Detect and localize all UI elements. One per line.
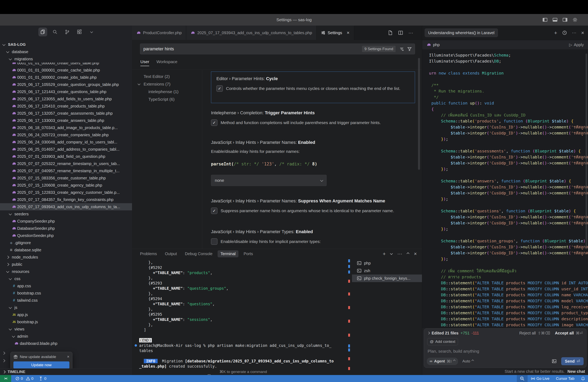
scrollbar[interactable] [586, 54, 587, 249]
tree-item[interactable]: views [0, 325, 132, 333]
panel-tab-Ports[interactable]: Ports [241, 250, 256, 257]
terminal-session[interactable]: php check_foreign_keys... [352, 274, 422, 282]
open-preview-icon[interactable] [388, 30, 393, 35]
close-panel-icon[interactable]: × [414, 251, 417, 257]
close-icon[interactable]: × [67, 354, 69, 359]
send-button[interactable]: Send ⏎ [561, 357, 584, 365]
more-actions-icon[interactable]: ··· [397, 251, 402, 257]
tree-item[interactable]: 2025_07_17_093943_add_cus_ins_udp_column… [0, 203, 132, 210]
zoom-out-button[interactable] [517, 375, 528, 382]
tree-item[interactable]: resources [0, 268, 132, 275]
tree-item[interactable]: 2025_07_15_122833_create_agency_customer… [0, 189, 132, 196]
history-icon[interactable] [562, 30, 567, 35]
settings-toc-item[interactable]: Text Editor (2) [132, 73, 202, 80]
tree-item[interactable]: 2025_07_07_040957_rename_timestamp_in_mu… [0, 167, 132, 174]
chat-input-placeholder[interactable]: Plan, search, build anything [428, 349, 587, 354]
source-control-icon[interactable] [63, 28, 72, 36]
setting-select-dropdown[interactable]: none [211, 175, 327, 186]
tree-item[interactable]: ◆.gitignore [0, 239, 132, 246]
tree-item[interactable]: css [0, 275, 132, 282]
tree-item[interactable]: 2025_06_24_030048_add_company_id_to_user… [0, 138, 132, 146]
tree-item[interactable]: public [0, 261, 132, 268]
tree-item[interactable]: 2025_07_07_025322_rename_timestamp_in_us… [0, 160, 132, 167]
tree-item[interactable]: 2025_07_17_084357_fix_foreign_key_constr… [0, 196, 132, 203]
tab-user[interactable]: User [140, 59, 149, 66]
tree-item[interactable]: dashboard.blade.php [0, 340, 132, 347]
tree-item[interactable]: ≡database.sqlite [0, 246, 132, 253]
panel-tab-Terminal[interactable]: Terminal [218, 250, 238, 257]
tree-root[interactable]: SAS-LOG [0, 41, 132, 48]
chevron-right-icon[interactable] [427, 332, 430, 334]
settings-gear-icon[interactable] [572, 17, 578, 22]
settings-toc-item[interactable]: TypeScript (6) [132, 96, 202, 103]
new-chat-icon[interactable]: + [554, 30, 557, 36]
extensions-icon[interactable] [75, 28, 84, 36]
panel-tab-Output[interactable]: Output [162, 250, 180, 257]
accept-all-button[interactable]: Accept all [555, 331, 574, 335]
tree-item[interactable]: 2025_06_25_014657_add_address_to_compani… [0, 146, 132, 153]
add-context-chip[interactable]: @ Add context [427, 338, 458, 345]
toggle-right-panel-icon[interactable] [562, 17, 567, 22]
tree-item[interactable]: 2025_06_17_133003_create_answers_table.p… [0, 117, 132, 124]
tree-item[interactable]: admin [0, 333, 132, 340]
tree-item[interactable]: 2025_06_18_070343_add_image_to_products_… [0, 124, 132, 131]
image-attach-icon[interactable] [552, 359, 557, 364]
model-selector[interactable]: Auto [462, 359, 474, 363]
tree-item[interactable]: #tailwind.css [0, 297, 132, 304]
tree-item[interactable]: 2025_07_01_033903_add_field_on_question.… [0, 153, 132, 160]
cursor-tab-status[interactable]: Cursor Tab [553, 376, 578, 381]
terminal-session[interactable]: zsh [352, 267, 422, 274]
tree-item[interactable]: database [0, 48, 132, 55]
update-now-button[interactable]: Update now [13, 362, 69, 369]
maximize-panel-icon[interactable] [407, 252, 409, 255]
setting-checkbox[interactable] [211, 119, 217, 126]
tree-item[interactable]: 2025_07_15_083356_create_customer_table.… [0, 174, 132, 182]
apply-button[interactable]: ▷ Apply [569, 42, 584, 47]
setting-checkbox[interactable] [211, 208, 217, 214]
timeline-section[interactable]: TIMELINE [0, 368, 132, 375]
chat-tab[interactable]: Understanding whereHas() in Laravel [425, 28, 498, 37]
ports-status[interactable]: 0 [39, 376, 46, 381]
close-icon[interactable]: × [581, 30, 584, 36]
more-actions-icon[interactable]: ··· [408, 30, 413, 36]
terminal-session[interactable]: php [352, 259, 422, 267]
tree-item[interactable]: node_modules [0, 253, 132, 261]
problems-status[interactable]: 0 0 [15, 376, 33, 381]
edited-files-label[interactable]: Edited 21 files [432, 331, 459, 335]
tree-item[interactable]: 2025_06_17_125410_create_products_table.… [0, 102, 132, 110]
new-chat-link[interactable]: New chat [567, 369, 585, 374]
panel-tab-Debug Console[interactable]: Debug Console [182, 250, 215, 257]
tree-item[interactable]: QuestionSeeder.php [0, 232, 132, 239]
filter-icon[interactable] [407, 47, 412, 52]
toggle-left-panel-icon[interactable] [542, 17, 547, 22]
tab-ProductController.php[interactable]: ProductController.php [132, 26, 186, 40]
tab-workspace[interactable]: Workspace [156, 59, 177, 66]
notifications-bell[interactable] [578, 376, 588, 381]
tree-item[interactable]: 0001_01_01_000001_create_cache_table.php [0, 67, 132, 74]
tree-item[interactable]: 2025_06_24_025723_create_companies_table… [0, 131, 132, 138]
tree-item[interactable]: 0001_01_01_000002_create_jobs_table.php [0, 74, 132, 81]
split-editor-icon[interactable] [398, 30, 403, 35]
close-icon[interactable]: × [347, 30, 350, 36]
search-icon[interactable] [51, 28, 59, 36]
more-views-chevron-icon[interactable] [87, 28, 96, 36]
tree-item[interactable]: 2025_06_17_121443_create_questions_table… [0, 88, 132, 95]
tree-item[interactable]: #bootstrap.css [0, 289, 132, 297]
tree-item[interactable]: seeders [0, 210, 132, 218]
tree-item[interactable]: 0001_01_01_000000_create_users_table.php [0, 62, 132, 67]
tree-item[interactable]: 2025_06_17_123055_add_fields_to_users_ta… [0, 95, 132, 102]
tree-item[interactable]: DatabaseSeeder.php [0, 225, 132, 232]
tree-item[interactable]: migrations [0, 55, 132, 62]
go-live-button[interactable]: Go Live [528, 376, 553, 381]
tree-item[interactable]: JSapp.js [0, 311, 132, 318]
tab-Settings[interactable]: Settings× [316, 26, 354, 40]
settings-search-input[interactable] [143, 46, 362, 52]
setting-checkbox[interactable] [211, 238, 217, 245]
new-terminal-icon[interactable]: + [383, 251, 386, 257]
scrollbar[interactable] [418, 58, 420, 170]
terminal-profile-chevron-icon[interactable] [390, 252, 393, 255]
tree-item[interactable]: 2025_06_17_105529_create_question_groups… [0, 81, 132, 88]
settings-toc-item[interactable]: intelephense (1) [132, 88, 202, 96]
tree-item[interactable]: 2025_06_17_132057_create_assessments_tab… [0, 110, 132, 117]
tree-item[interactable]: JSbootstrap.js [0, 318, 132, 325]
